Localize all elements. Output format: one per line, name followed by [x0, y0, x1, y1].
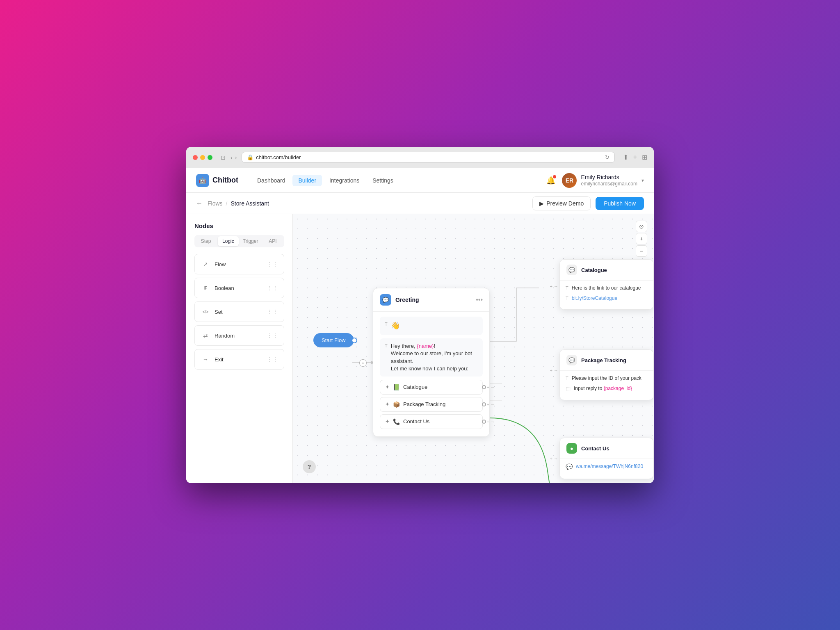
- plus-connector-start[interactable]: +: [359, 359, 367, 367]
- catalogue-emoji: 📗: [393, 384, 400, 390]
- plus-package-1[interactable]: +: [550, 368, 552, 373]
- node-label-set: Set: [215, 309, 267, 315]
- catalogue-link-content: bit.ly/StoreCatalogue: [572, 295, 617, 302]
- tabs-icon[interactable]: ⊞: [642, 153, 647, 161]
- share-icon[interactable]: ⬆: [623, 153, 628, 161]
- catalogue-connector: + →: [482, 385, 495, 390]
- contact-connector-area: + →: [550, 456, 558, 461]
- node-label-boolean: Boolean: [215, 285, 267, 291]
- nav-forward-icon[interactable]: ›: [235, 154, 237, 161]
- nodes-tabs: Step Logic Trigger API: [194, 235, 284, 247]
- nav-builder[interactable]: Builder: [292, 175, 322, 186]
- plus-contact[interactable]: +: [550, 456, 552, 461]
- package-text-content: Please input the ID of your pack: [572, 375, 641, 382]
- choice-catalogue[interactable]: ✦ 📗 Catalogue + →: [380, 380, 483, 395]
- help-button[interactable]: ?: [303, 460, 316, 473]
- node-label-random: Random: [215, 333, 267, 339]
- browser-nav: ‹ ›: [231, 154, 237, 161]
- connector-dot-package: [482, 402, 486, 406]
- nav-dashboard[interactable]: Dashboard: [251, 175, 291, 186]
- name-var: {name}: [417, 343, 434, 349]
- address-bar[interactable]: 🔒 chitbot.com/builder ↻: [242, 152, 614, 163]
- catalogue-label: Catalogue: [403, 384, 477, 390]
- drag-handle-3: ⋮⋮: [267, 308, 278, 315]
- catalogue-connector-area: + →: [550, 284, 558, 289]
- tab-logic[interactable]: Logic: [218, 236, 238, 246]
- arrow-package: →: [554, 368, 558, 373]
- start-flow-connector: [352, 338, 357, 343]
- tab-trigger[interactable]: Trigger: [240, 236, 261, 246]
- preview-button[interactable]: ▶ Preview Demo: [532, 196, 591, 210]
- minimize-button[interactable]: [200, 155, 205, 160]
- nav-right: 🔔 ER Emily Richards emilyrichards@gmail.…: [546, 173, 644, 188]
- chevron-down-icon: ▾: [641, 178, 644, 183]
- breadcrumb-current: Store Assistant: [231, 200, 269, 207]
- arrow-contact: →: [554, 456, 558, 461]
- nav-integrations[interactable]: Integrations: [324, 175, 365, 186]
- contact-label: Contact Us: [403, 418, 477, 425]
- package-connector-area: + →: [550, 368, 558, 373]
- package-panel-header: 💬 Package Tracking: [560, 350, 653, 371]
- drag-handle-2: ⋮⋮: [267, 285, 278, 291]
- breadcrumb-actions: ▶ Preview Demo Publish Now: [532, 196, 644, 210]
- plus-catalogue[interactable]: +: [550, 284, 552, 289]
- zoom-in-button[interactable]: +: [636, 233, 647, 244]
- connector-dot-catalogue: [482, 385, 486, 389]
- node-item-random[interactable]: ⇄ Random ⋮⋮: [194, 325, 284, 346]
- whatsapp-icon: 💬: [566, 463, 573, 471]
- sidebar-toggle-icon[interactable]: ⊡: [221, 154, 226, 161]
- start-flow-node[interactable]: Start Flow: [313, 333, 354, 347]
- notification-bell[interactable]: 🔔: [546, 176, 555, 185]
- browser-chrome: ⊡ ‹ › 🔒 chitbot.com/builder ↻ ⬆ + ⊞: [186, 147, 654, 168]
- drag-handle-5: ⋮⋮: [267, 356, 278, 363]
- nav-links: Dashboard Builder Integrations Settings: [251, 175, 399, 186]
- recenter-button[interactable]: ⊙: [636, 221, 647, 232]
- catalogue-panel-body: T Here is the link to our catalogue T bi…: [560, 281, 653, 309]
- arrow-catalogue: →: [554, 284, 558, 289]
- greeting-emoji-block: T 👋: [380, 317, 483, 335]
- tab-step[interactable]: Step: [196, 236, 216, 246]
- contact-connector: + →: [482, 419, 495, 424]
- catalogue-panel-icon: 💬: [566, 265, 577, 275]
- contact-panel-icon: ●: [566, 443, 577, 454]
- user-info[interactable]: ER Emily Richards emilyrichards@gmail.co…: [562, 173, 644, 188]
- url-text: chitbot.com/builder: [256, 154, 301, 160]
- close-button[interactable]: [193, 155, 198, 160]
- reload-icon[interactable]: ↻: [605, 154, 609, 160]
- node-label-exit: Exit: [215, 356, 267, 363]
- choice-package[interactable]: ✦ 📦 Package Tracking + →: [380, 397, 483, 412]
- drag-handle: ⋮⋮: [267, 261, 278, 267]
- greeting-menu-button[interactable]: •••: [476, 296, 483, 304]
- contact-panel-header: ● Contact Us: [560, 438, 653, 459]
- package-tracking-node[interactable]: 💬 Package Tracking T Please input the ID…: [559, 349, 654, 400]
- nav-settings[interactable]: Settings: [367, 175, 399, 186]
- back-button[interactable]: ←: [196, 200, 203, 207]
- tab-api[interactable]: API: [262, 236, 283, 246]
- node-item-exit[interactable]: → Exit ⋮⋮: [194, 349, 284, 370]
- node-item-set[interactable]: </> Set ⋮⋮: [194, 301, 284, 322]
- top-nav: 🤖 Chitbot Dashboard Builder Integrations…: [186, 168, 654, 193]
- browser-window: ⊡ ‹ › 🔒 chitbot.com/builder ↻ ⬆ + ⊞ 🤖 Ch…: [186, 147, 654, 483]
- contact-us-node[interactable]: ● Contact Us 💬 wa.me/message/TWhjN6nf820: [559, 438, 654, 479]
- choice-contact[interactable]: ✦ 📞 Contact Us + →: [380, 414, 483, 429]
- node-item-flow[interactable]: ↗ Flow ⋮⋮: [194, 254, 284, 274]
- greeting-node[interactable]: 💬 Greeting ••• T 👋 T: [373, 288, 490, 437]
- nodes-sidebar: Nodes Step Logic Trigger API ↗ Flow ⋮⋮ I…: [186, 214, 293, 483]
- contact-wa-row: 💬 wa.me/message/TWhjN6nf820: [566, 463, 648, 471]
- fullscreen-button[interactable]: [208, 155, 212, 160]
- new-tab-icon[interactable]: +: [633, 153, 637, 161]
- node-item-boolean[interactable]: IF Boolean ⋮⋮: [194, 278, 284, 298]
- publish-button[interactable]: Publish Now: [596, 197, 644, 210]
- choice-icon-contact: ✦: [385, 418, 390, 425]
- nav-back-icon[interactable]: ‹: [231, 154, 233, 161]
- logo-text: Chitbot: [212, 176, 238, 185]
- traffic-lights: [193, 155, 212, 160]
- zoom-out-button[interactable]: −: [636, 245, 647, 257]
- start-flow-label: Start Flow: [322, 337, 346, 343]
- catalogue-node[interactable]: 💬 Catalogue T Here is the link to our ca…: [559, 259, 654, 310]
- drag-handle-4: ⋮⋮: [267, 332, 278, 339]
- browser-actions: ⬆ + ⊞: [623, 153, 647, 161]
- canvas-area[interactable]: Start Flow 💬 Greeting ••• T 👋: [293, 214, 654, 483]
- boolean-icon: IF: [201, 283, 210, 293]
- breadcrumb-flows[interactable]: Flows: [208, 200, 223, 207]
